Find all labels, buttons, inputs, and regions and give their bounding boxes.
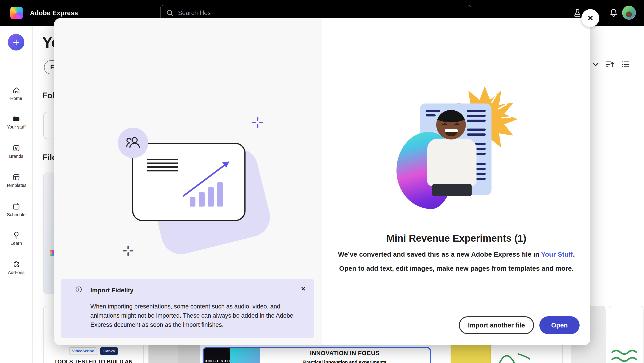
file-thumb-gradient bbox=[230, 348, 260, 363]
sidebar-item-add-ons[interactable]: Add-ons bbox=[0, 260, 32, 275]
sort-button[interactable] bbox=[605, 59, 615, 69]
adobe-express-logo-icon[interactable] bbox=[10, 7, 23, 19]
sort-order-dropdown[interactable] bbox=[591, 59, 600, 69]
dialog-title: Mini Revenue Experiments (1) bbox=[324, 233, 588, 244]
labs-flask-button[interactable] bbox=[572, 8, 582, 18]
people-icon bbox=[124, 133, 142, 152]
selected-file-card[interactable]: TOOLS TESTED TO INNOVATION IN FOCUS Prac… bbox=[202, 347, 431, 363]
chart-illustration bbox=[133, 144, 244, 220]
banner-title: Import Fidelity bbox=[90, 287, 134, 294]
sidebar-item-your-stuff[interactable]: Your stuff bbox=[0, 115, 32, 130]
file-card[interactable] bbox=[609, 306, 644, 363]
dialog-message-2: Open to add text, edit images, make new … bbox=[324, 265, 588, 272]
home-icon bbox=[12, 86, 20, 94]
sparkle-icon bbox=[252, 117, 264, 128]
dialog-close-button[interactable]: ✕ bbox=[582, 9, 599, 27]
calendar-icon bbox=[12, 203, 20, 211]
sidebar-item-templates[interactable]: Templates bbox=[0, 173, 32, 188]
laughing-man-illustration bbox=[427, 110, 476, 196]
sidebar: + Home Your stuff Brands bbox=[0, 26, 33, 363]
file-thumb-caption: TOOLS TESTED TO BUILD AN bbox=[44, 359, 143, 363]
file-thumb-subline: Practical innovation and experiments bbox=[260, 360, 430, 363]
close-icon: ✕ bbox=[587, 14, 594, 22]
brands-icon bbox=[12, 144, 20, 152]
banner-close-button[interactable]: ✕ bbox=[301, 286, 306, 292]
your-stuff-link[interactable]: Your Stuff bbox=[541, 251, 573, 258]
wave-art bbox=[610, 346, 642, 363]
sidebar-item-brands[interactable]: Brands bbox=[0, 144, 32, 159]
sidebar-item-schedule[interactable]: Schedule bbox=[0, 203, 32, 217]
sparkle-icon bbox=[123, 245, 134, 256]
search-input[interactable] bbox=[178, 9, 466, 17]
open-button[interactable]: Open bbox=[539, 316, 580, 334]
notifications-button[interactable] bbox=[609, 8, 618, 18]
file-thumb-text: INNOVATION IN FOCUS Practical innovation… bbox=[260, 348, 430, 363]
bell-icon bbox=[609, 8, 618, 18]
videoscribe-logo: VideoScribe bbox=[69, 347, 97, 355]
info-icon bbox=[75, 286, 82, 293]
create-new-button[interactable]: + bbox=[8, 34, 24, 50]
dialog-message-1: We’ve converted and saved this as a new … bbox=[324, 251, 588, 258]
folder-icon bbox=[12, 115, 20, 123]
chart-card-illustration bbox=[132, 143, 246, 221]
scribble-art bbox=[494, 346, 530, 363]
templates-icon bbox=[12, 173, 20, 181]
chevron-down-icon bbox=[591, 59, 600, 69]
sidebar-item-home[interactable]: Home bbox=[0, 86, 32, 101]
import-fidelity-banner: Import Fidelity ✕ When importing present… bbox=[61, 279, 314, 338]
list-view-button[interactable] bbox=[620, 59, 630, 69]
adobe-express-app: Adobe Express + bbox=[0, 0, 644, 363]
people-badge bbox=[118, 128, 148, 158]
file-thumb-logos: VideoScribe Canva bbox=[44, 347, 143, 355]
list-view-icon bbox=[620, 59, 630, 69]
avatar[interactable] bbox=[622, 6, 636, 20]
dialog-actions: Import another file Open bbox=[459, 316, 580, 334]
import-complete-dialog: Import Fidelity ✕ When importing present… bbox=[54, 18, 590, 345]
search-icon bbox=[166, 9, 174, 17]
canva-logo: Canva bbox=[100, 347, 118, 355]
file-thumb-side-label: TOOLS TESTED TO bbox=[204, 348, 230, 363]
sidebar-item-learn[interactable]: Learn bbox=[0, 231, 32, 246]
flask-icon bbox=[572, 8, 582, 18]
banner-body: When importing presentations, some conte… bbox=[90, 302, 303, 330]
file-thumb-headline: INNOVATION IN FOCUS bbox=[260, 350, 430, 357]
puzzle-icon bbox=[12, 260, 20, 269]
lightbulb-icon bbox=[12, 231, 20, 239]
import-another-file-button[interactable]: Import another file bbox=[459, 316, 534, 334]
sort-icon bbox=[605, 59, 615, 69]
dialog-left-panel: Import Fidelity ✕ When importing present… bbox=[54, 18, 322, 345]
plus-icon: + bbox=[13, 37, 19, 48]
